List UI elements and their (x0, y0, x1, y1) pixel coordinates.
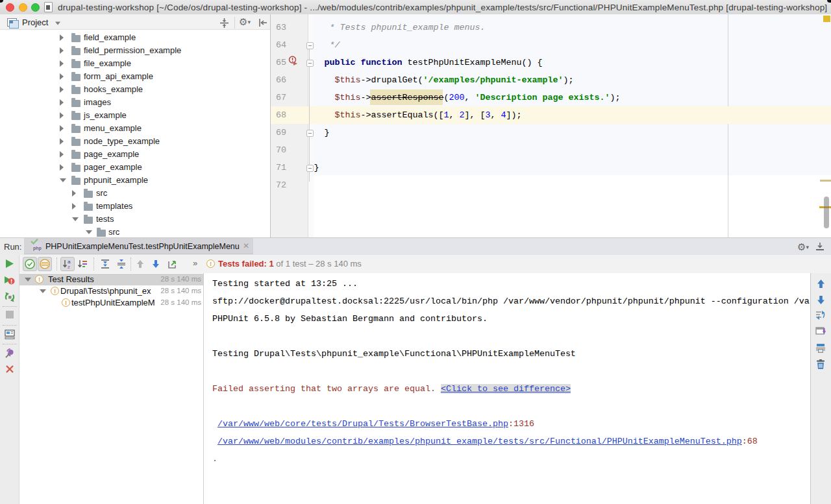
svg-text:z: z (68, 264, 70, 269)
